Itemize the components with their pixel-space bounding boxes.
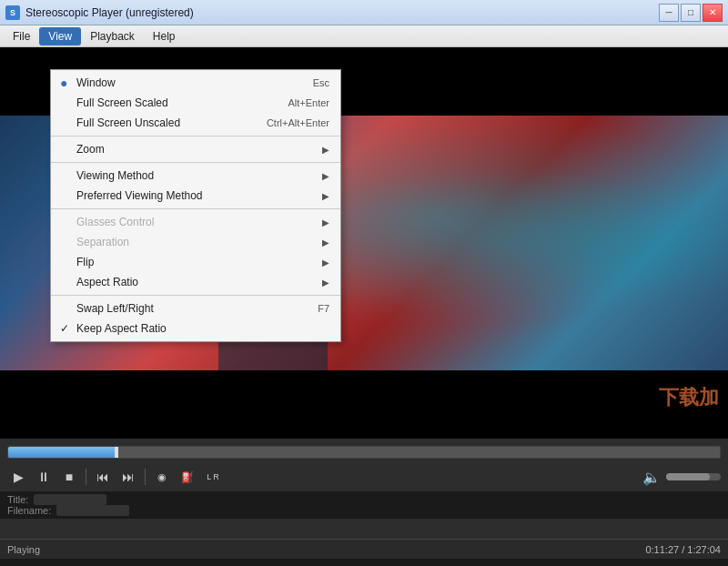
separator-2 [51,162,340,163]
menu-item-window[interactable]: ● Window Esc [51,73,340,93]
menu-item-separation-label: Separation [76,236,322,248]
menu-item-fullscreen-unscaled-label: Full Screen Unscaled [76,116,248,129]
volume-button[interactable]: 🔈 [641,466,662,488]
menu-file[interactable]: File [4,27,39,45]
menu-item-preferred-viewing-label: Preferred Viewing Method [76,189,322,202]
mode-button[interactable]: ◉ [151,466,173,488]
menu-item-fullscreen-scaled[interactable]: Full Screen Scaled Alt+Enter [51,93,340,113]
menu-item-keep-aspect-label: Keep Aspect Ratio [76,322,329,335]
menu-playback[interactable]: Playback [81,27,144,45]
title-row: Title: [7,494,721,505]
flip-arrow-icon: ▶ [322,258,329,268]
play-button[interactable]: ▶ [7,466,29,488]
menu-item-aspect-ratio[interactable]: Aspect Ratio ▶ [51,272,340,292]
menu-item-zoom-label: Zoom [76,143,322,156]
checkmark-icon: ✓ [60,322,69,335]
control-separator-2 [145,469,146,485]
prev-button[interactable]: ⏮ [92,466,114,488]
window-controls: ─ □ ✕ [659,4,723,22]
menu-item-fullscreen-unscaled-shortcut: Ctrl+Alt+Enter [267,117,329,128]
menu-item-swap-lr-label: Swap Left/Right [76,302,299,315]
close-button[interactable]: ✕ [703,4,723,22]
lr-button[interactable]: L R [202,466,224,488]
progress-bar-container [0,439,728,462]
filename-label: Filename: [7,505,51,516]
watermark: 下载加 [659,384,719,411]
bullet-icon: ● [60,76,67,90]
progress-bar-thumb[interactable] [115,447,118,458]
menu-item-viewing-method[interactable]: Viewing Method ▶ [51,166,340,186]
menu-item-preferred-viewing[interactable]: Preferred Viewing Method ▶ [51,186,340,206]
menu-help[interactable]: Help [144,27,185,45]
info-bar: Title: Filename: [0,491,728,519]
menu-item-glasses-control: Glasses Control ▶ [51,212,340,232]
window-title: Stereoscopic Player (unregistered) [25,6,659,19]
menu-item-fullscreen-unscaled[interactable]: Full Screen Unscaled Ctrl+Alt+Enter [51,113,340,133]
menu-item-fullscreen-scaled-shortcut: Alt+Enter [288,97,329,108]
menu-item-window-shortcut: Esc [313,77,329,88]
status-text: Playing [7,544,645,555]
zoom-arrow-icon: ▶ [322,145,329,155]
separator-1 [51,136,340,136]
control-separator-1 [86,469,86,485]
menu-item-window-label: Window [76,76,295,89]
separation-arrow-icon: ▶ [322,238,329,248]
viewing-method-arrow-icon: ▶ [322,171,329,181]
menu-item-flip[interactable]: Flip ▶ [51,252,340,272]
stop-button[interactable]: ■ [58,466,80,488]
volume-area: 🔈 [641,466,721,488]
maximize-button[interactable]: □ [681,4,701,22]
menu-item-zoom[interactable]: Zoom ▶ [51,139,340,159]
status-time: 0:11:27 / 1:27:04 [645,544,721,555]
capture-button[interactable]: ⛽ [177,466,198,488]
glasses-control-arrow-icon: ▶ [322,217,329,227]
controls-row: ▶ ⏸ ■ ⏮ ⏭ ◉ ⛽ L R 🔈 [0,462,728,491]
minimize-button[interactable]: ─ [659,4,679,22]
menu-item-aspect-ratio-label: Aspect Ratio [76,276,322,288]
menu-item-swap-lr[interactable]: Swap Left/Right F7 [51,298,340,318]
title-bar: S Stereoscopic Player (unregistered) ─ □… [0,0,728,25]
filename-value [56,505,129,516]
separator-3 [51,208,340,209]
title-value [34,494,106,505]
progress-bar-fill [8,447,115,458]
aspect-ratio-arrow-icon: ▶ [322,278,329,288]
menu-item-swap-lr-shortcut: F7 [318,303,329,314]
status-bar: Playing 0:11:27 / 1:27:04 [0,539,728,559]
title-label: Title: [7,494,28,505]
menu-item-viewing-method-label: Viewing Method [76,169,322,182]
volume-track[interactable] [666,473,721,480]
view-dropdown-menu: ● Window Esc Full Screen Scaled Alt+Ente… [50,69,341,342]
app-icon: S [5,5,20,20]
progress-bar-track[interactable] [7,446,721,459]
menu-item-flip-label: Flip [76,256,322,268]
pause-button[interactable]: ⏸ [33,466,55,488]
menu-bar: File View Playback Help [0,25,728,47]
volume-fill [666,473,710,480]
menu-item-separation: Separation ▶ [51,232,340,252]
filename-row: Filename: [7,505,721,516]
main-area: ● Window Esc Full Screen Scaled Alt+Ente… [0,47,728,439]
menu-item-fullscreen-scaled-label: Full Screen Scaled [76,96,269,109]
controls-area: ▶ ⏸ ■ ⏮ ⏭ ◉ ⛽ L R 🔈 Title: Filename: [0,439,728,539]
menu-item-keep-aspect[interactable]: ✓ Keep Aspect Ratio [51,318,340,339]
separator-4 [51,295,340,296]
preferred-viewing-arrow-icon: ▶ [322,191,329,201]
menu-view[interactable]: View [39,27,81,45]
menu-item-glasses-control-label: Glasses Control [76,216,322,228]
next-button[interactable]: ⏭ [117,466,139,488]
